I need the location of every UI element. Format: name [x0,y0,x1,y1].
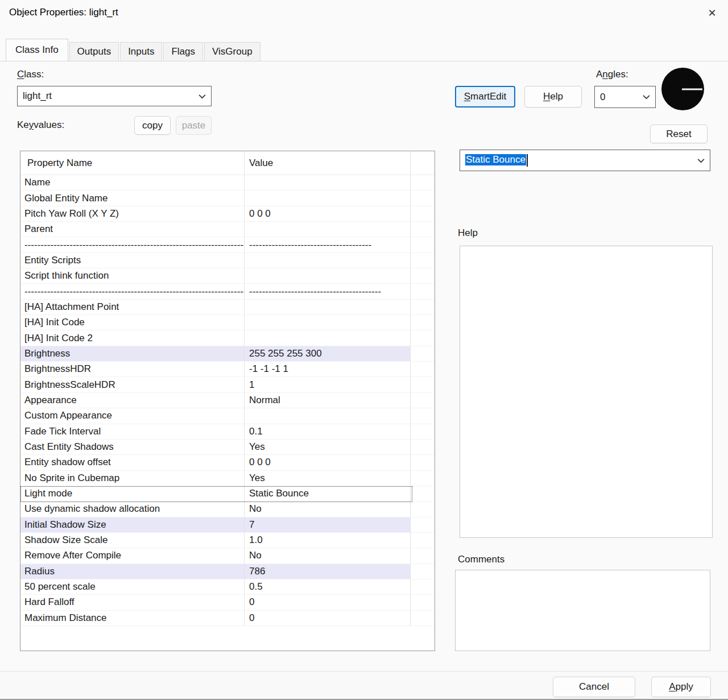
table-row[interactable]: Global Entity Name [20,190,435,206]
property-name: BrightnessScaleHDR [20,377,245,392]
table-row[interactable]: Name [20,175,435,190]
property-value: -1 -1 -1 1 [245,362,411,376]
angle-dial[interactable] [661,68,704,110]
help-panel-content [460,246,713,538]
table-row[interactable]: Remove After CompileNo [20,548,435,564]
tab-outputs[interactable]: Outputs [69,42,119,61]
property-name: [HA] Attachment Point [20,300,245,314]
property-name: Brightness [20,346,245,361]
table-row[interactable]: ----------------------------------------… [20,237,435,252]
row-extra [411,595,435,610]
table-row[interactable]: Fade Tick Interval0.1 [20,424,435,440]
table-row[interactable]: BrightnessScaleHDR1 [20,377,435,392]
table-row[interactable]: Maximum Distance0 [20,611,435,626]
header-extra [411,151,435,175]
table-row[interactable]: Use dynamic shadow allocationNo [20,502,435,517]
copy-button[interactable]: copy [134,116,171,135]
table-row[interactable]: Parent [20,222,435,237]
selected-text: Static Bounce [465,154,526,165]
property-name: Name [20,175,245,190]
table-row[interactable]: Custom Appearance [20,408,435,424]
comments-label: Comments [458,554,504,565]
property-name: [HA] Init Code 2 [20,330,245,345]
tab-class-info[interactable]: Class Info [6,39,68,61]
reset-button[interactable]: Reset [650,125,708,143]
property-name: ----------------------------------------… [20,284,245,299]
help-button[interactable]: Help [524,86,582,107]
row-extra [411,393,435,408]
chevron-down-icon [697,158,705,163]
property-value: 1.0 [245,533,411,548]
comments-input[interactable] [455,570,710,651]
property-value: No [245,548,411,563]
close-icon[interactable]: ✕ [702,3,722,23]
row-extra [411,502,435,516]
row-extra [411,253,435,268]
table-row[interactable]: Shadow Size Scale1.0 [20,533,435,548]
row-extra [411,237,435,252]
row-extra [411,222,435,237]
property-name: Entity shadow offset [20,455,245,470]
table-row[interactable]: Light modeStatic Bounce [20,486,435,502]
header-value: Value [245,151,411,175]
table-row[interactable]: Pitch Yaw Roll (X Y Z)0 0 0 [20,206,435,222]
table-row[interactable]: Initial Shadow Size7 [20,517,435,533]
table-row[interactable]: ----------------------------------------… [20,284,435,299]
angles-combobox-value: 0 [600,92,605,103]
row-extra [411,440,435,454]
apply-button[interactable]: Apply [651,677,711,697]
table-row[interactable]: Radius786 [20,564,435,579]
property-value: 1 [245,377,411,392]
row-extra [411,548,435,563]
row-extra [411,471,435,486]
row-extra [411,362,435,376]
tab-inputs[interactable]: Inputs [120,42,162,61]
property-name: Radius [20,564,245,579]
value-editor-combobox[interactable]: Static Bounce [460,150,710,171]
tab-baseline [0,61,728,61]
row-extra [411,486,435,501]
table-row[interactable]: Entity shadow offset0 0 0 [20,455,435,470]
property-value: 0.5 [245,579,411,594]
row-extra [411,517,435,532]
property-name: 50 percent scale [20,579,245,594]
table-row[interactable]: [HA] Init Code [20,315,435,330]
property-table-body: NameGlobal Entity NamePitch Yaw Roll (X … [20,175,435,626]
property-value [245,315,411,330]
property-value [245,222,411,237]
table-row[interactable]: Brightness255 255 255 300 [20,346,435,362]
table-row[interactable]: 50 percent scale0.5 [20,579,435,595]
angles-combobox[interactable]: 0 [594,86,656,108]
class-combobox[interactable]: light_rt [17,86,212,106]
keyvalues-label: Keyvalues: [17,119,64,131]
property-name: Light mode [20,486,245,501]
table-row[interactable]: Cast Entity ShadowsYes [20,440,435,455]
property-name: Cast Entity Shadows [20,440,245,454]
table-row[interactable]: Script think function [20,268,435,284]
property-name: [HA] Init Code [20,315,245,330]
property-value: 0.1 [245,424,411,439]
value-editor-text: Static Bounce [465,154,528,167]
table-row[interactable]: BrightnessHDR-1 -1 -1 1 [20,362,435,377]
smartedit-button[interactable]: SmartEdit [455,86,515,107]
class-label: Class: [17,69,44,80]
cancel-button[interactable]: Cancel [553,677,635,697]
property-value: 0 0 0 [245,455,411,470]
chevron-down-icon [643,94,650,100]
property-name: Script think function [20,268,245,283]
table-row[interactable]: [HA] Attachment Point [20,300,435,315]
property-name: Hard Falloff [20,595,245,610]
row-extra [411,315,435,330]
property-value: 786 [245,564,411,579]
property-value: ----------------------------------------… [245,284,411,299]
table-row[interactable]: AppearanceNormal [20,393,435,408]
table-row[interactable]: No Sprite in CubemapYes [20,471,435,486]
tab-flags[interactable]: Flags [163,42,203,61]
property-name: Use dynamic shadow allocation [20,502,245,516]
table-row[interactable]: Entity Scripts [20,253,435,268]
table-row[interactable]: [HA] Init Code 2 [20,330,435,346]
row-extra [411,611,435,626]
tab-visgroup[interactable]: VisGroup [204,42,260,61]
property-value [245,175,411,190]
table-row[interactable]: Hard Falloff0 [20,595,435,610]
